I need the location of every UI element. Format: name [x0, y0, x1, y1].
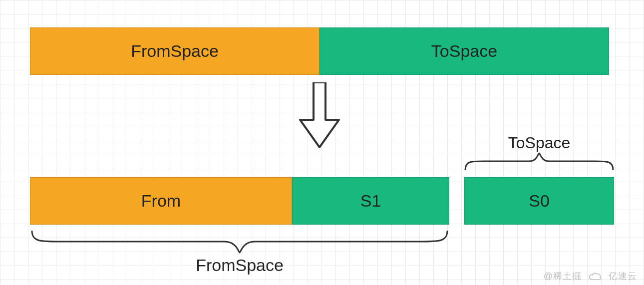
s1-box: S1 [292, 177, 449, 225]
tospace-brace [464, 152, 614, 171]
tospace-box-top-label: ToSpace [431, 41, 497, 61]
cloud-icon [589, 272, 602, 281]
down-arrow-icon [297, 82, 342, 150]
from-box-bottom-label: From [141, 191, 181, 211]
fromspace-box-top: FromSpace [30, 27, 320, 75]
s1-box-label: S1 [360, 191, 381, 211]
fromspace-brace-label: FromSpace [30, 256, 449, 275]
fromspace-brace: FromSpace [30, 230, 449, 275]
s0-box-label: S0 [529, 191, 550, 211]
fromspace-box-top-label: FromSpace [131, 41, 219, 61]
from-box-bottom: From [30, 177, 292, 225]
s0-box: S0 [464, 177, 614, 225]
tospace-box-top: ToSpace [320, 27, 609, 75]
watermark: @稀土掘 亿速云 [544, 270, 637, 282]
tospace-brace-label: ToSpace [464, 134, 614, 152]
watermark-left: @稀土掘 [544, 270, 582, 282]
watermark-right: 亿速云 [609, 270, 637, 282]
